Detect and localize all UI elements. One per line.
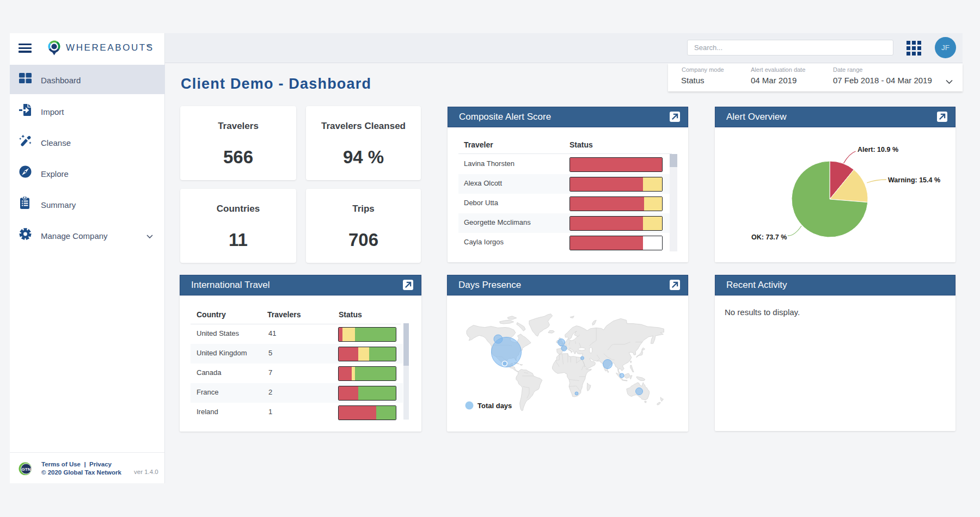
svg-text:Warning: 15.4 %: Warning: 15.4 % xyxy=(888,176,940,184)
svg-text:Total days: Total days xyxy=(477,402,512,410)
svg-text:GTN: GTN xyxy=(22,467,31,472)
svg-text:OK: 73.7 %: OK: 73.7 % xyxy=(751,233,787,241)
svg-text:Alert: 10.9 %: Alert: 10.9 % xyxy=(857,146,898,153)
